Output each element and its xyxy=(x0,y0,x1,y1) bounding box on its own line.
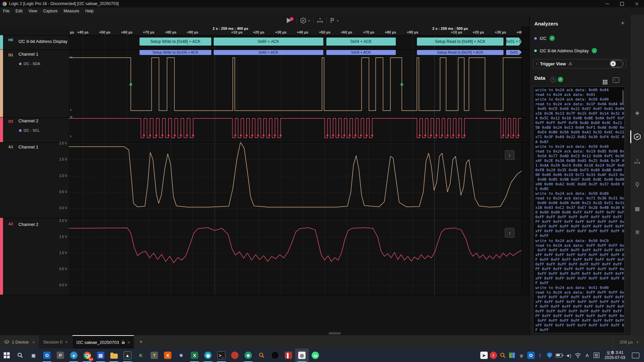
tray-widgets-icon[interactable] xyxy=(508,351,516,360)
channel-title-A1[interactable]: Channel 1 xyxy=(18,144,38,149)
channel-title-A2[interactable]: Channel 2 xyxy=(18,222,38,227)
app-glyph: X xyxy=(164,352,171,359)
channel-title-D2[interactable]: Channel 2 xyxy=(18,118,38,123)
tray-bird-icon[interactable]: ➤ xyxy=(480,351,488,360)
analog-measure-button-A1[interactable]: ↕ xyxy=(505,150,515,160)
android-icon[interactable]: ω xyxy=(309,349,322,362)
app-glyph: P xyxy=(57,352,64,359)
red-book-icon[interactable]: ▌ xyxy=(282,349,295,362)
start-button[interactable] xyxy=(0,349,13,362)
search-orange-icon[interactable] xyxy=(255,349,268,362)
tray-usb-icon[interactable]: ψ xyxy=(518,351,526,360)
menu-view[interactable]: View xyxy=(25,7,40,15)
chrome-icon[interactable]: 습격 xyxy=(80,349,94,362)
terminal-icon[interactable]: >_ xyxy=(215,349,228,362)
analog-measure-button-A2[interactable]: ↕ xyxy=(505,228,515,238)
analyzer-item[interactable]: I2C 8-bit Address Display✓ xyxy=(534,48,597,53)
action-center-icon[interactable] xyxy=(632,353,639,358)
xshell-icon[interactable]: X xyxy=(161,349,174,362)
data-scrollbar[interactable] xyxy=(623,90,624,105)
tray-bluetooth-icon[interactable]: ᛒ xyxy=(536,351,544,360)
channel-title-D1[interactable]: Channel 1 xyxy=(18,52,38,57)
tray-outlook-icon[interactable]: O xyxy=(527,351,535,360)
data-output-box[interactable]: write to 0x24 ack data: 0x60 0x04read to… xyxy=(533,86,625,333)
channel-subtitle-D1[interactable]: I2C - SDA xyxy=(19,62,40,66)
tray-wifi-icon[interactable] xyxy=(574,351,582,360)
data-line: F 0xFF xyxy=(535,281,625,286)
channel-subtitle-D2[interactable]: I2C - SCL xyxy=(19,128,40,132)
my-computer-icon[interactable]: ▣ xyxy=(27,349,40,362)
data-line: A 0xB7 xyxy=(535,140,625,144)
search-icon[interactable] xyxy=(13,349,27,362)
close-button[interactable] xyxy=(629,0,644,7)
edge-icon[interactable]: e xyxy=(67,349,80,362)
trigger-view-row[interactable]: › Trigger View ⚠ × xyxy=(533,59,626,68)
device-selector[interactable]: 1 Device ∨ xyxy=(0,335,39,349)
globe-icon[interactable]: ⊕ xyxy=(241,349,255,362)
timeline-ruler[interactable]: µs+40 µs+50 µs+60 µs+70 µs+80 µs+90 µs+1… xyxy=(69,26,524,36)
side-icon-strip: ◈1F3▦≣ xyxy=(630,15,644,335)
session-tab[interactable]: I2C saleae_20250703× xyxy=(72,335,134,349)
menu-measure[interactable]: Measure xyxy=(61,7,83,15)
channel-badge-H0: H0 xyxy=(8,38,13,42)
tray-alert-icon[interactable]: ! xyxy=(489,351,497,360)
analyzer-item[interactable]: I2C✓ xyxy=(534,36,555,41)
extensions-icon[interactable]: ▦ xyxy=(630,204,644,213)
data-line: 0xFB 0x20 0x35 0x4B 0xF3 0x89 0xBB 0x00 … xyxy=(535,168,625,173)
capture-play-button[interactable] xyxy=(284,16,297,25)
tray-volume-icon[interactable]: ◄) xyxy=(565,351,573,360)
analyzers-title: Analyzers xyxy=(534,21,558,26)
menu-edit[interactable]: Edit xyxy=(12,7,25,15)
tray-search-icon[interactable] xyxy=(499,351,507,360)
outlook-icon[interactable]: O xyxy=(40,349,54,362)
data-grid-view-icon[interactable] xyxy=(603,76,607,84)
measurements-button[interactable]: 3 xyxy=(314,16,326,25)
new-session-button[interactable]: + xyxy=(135,335,147,349)
tray-battery-icon[interactable] xyxy=(555,351,563,360)
capture-layers-icon[interactable]: ◈ xyxy=(630,108,644,117)
measurements-icon[interactable]: 3 xyxy=(630,157,644,166)
folder-icon[interactable] xyxy=(107,349,121,362)
tray-ime-ko-icon[interactable]: 한 xyxy=(593,351,601,360)
device-settings-button[interactable]: 1F ∨ xyxy=(297,16,313,25)
annotations-button[interactable]: ∨ xyxy=(327,16,342,25)
printer-icon[interactable]: P xyxy=(54,349,67,362)
magnifier-icon xyxy=(17,352,23,359)
tray-defender-icon[interactable]: ✓ xyxy=(546,351,554,360)
black-ball-icon[interactable] xyxy=(268,349,282,362)
close-tab-icon[interactable]: × xyxy=(127,340,130,345)
red-app-icon[interactable] xyxy=(228,349,241,362)
kayak-icon[interactable]: K xyxy=(134,349,148,362)
analyzers-icon[interactable]: 1F xyxy=(630,132,644,141)
channel-title-H0[interactable]: I2C 8-bit Address Display xyxy=(18,39,67,44)
add-analyzer-button[interactable]: + xyxy=(621,19,625,27)
everything-icon[interactable]: ▲ xyxy=(121,349,134,362)
trigger-view-toggle[interactable]: × xyxy=(610,60,623,67)
lock-icon xyxy=(122,341,125,344)
tray-ime-a-icon[interactable]: A xyxy=(583,351,591,360)
screenshot-camera-icon[interactable]: ◎ xyxy=(295,349,309,362)
timing-markers-icon[interactable] xyxy=(630,181,644,189)
menu-help[interactable]: Help xyxy=(82,7,97,15)
data-terminal-view-icon[interactable]: >_ xyxy=(613,76,619,83)
minimize-button[interactable] xyxy=(600,0,614,7)
app-glyph: >_ xyxy=(217,351,225,359)
laptop-t-icon[interactable]: T xyxy=(148,349,161,362)
excel-icon[interactable]: X xyxy=(188,349,201,362)
annotations-icon[interactable]: ≣ xyxy=(630,228,644,236)
waveform-area[interactable]: Setup Write to [0x48] + ACK0x60 + ACK0x0… xyxy=(69,35,522,295)
horizontal-scrollbar[interactable] xyxy=(329,332,341,335)
data-help-icon[interactable]: ? xyxy=(550,76,556,82)
maximize-button[interactable] xyxy=(614,0,629,7)
menu-file[interactable]: File xyxy=(0,7,12,15)
close-tab-icon[interactable]: × xyxy=(65,340,68,345)
status-duration[interactable]: 208 µs ∨ xyxy=(612,335,644,349)
session-tab[interactable]: Session 0× xyxy=(39,335,72,349)
snowflake-icon[interactable]: ❄ xyxy=(174,349,188,362)
compass-icon[interactable]: ◉ xyxy=(201,349,215,362)
menu-capture[interactable]: Capture xyxy=(40,7,61,15)
data-line: write to 0x24 ack data: 0x50 0x80 xyxy=(535,191,625,196)
taskbar-clock[interactable]: 오후 3:412025-07-03 xyxy=(602,350,628,360)
analyzer-bullet-icon xyxy=(19,129,21,132)
floppy-save-icon[interactable]: ▤ xyxy=(94,349,107,362)
